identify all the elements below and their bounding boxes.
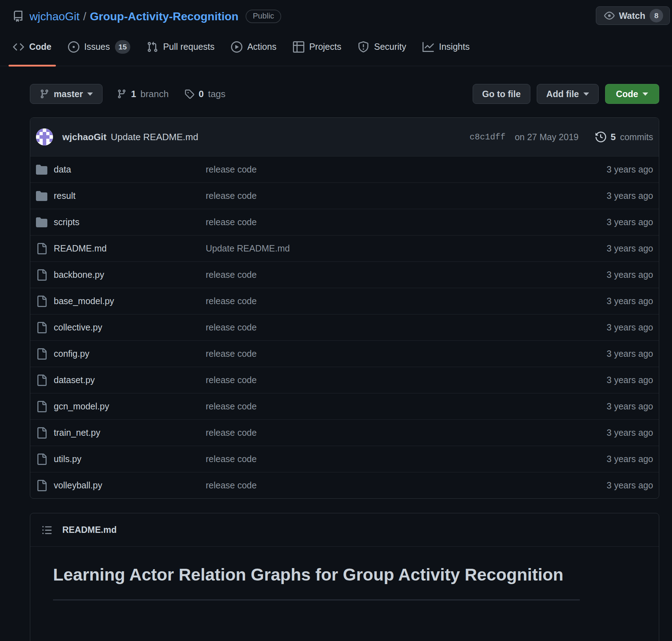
tab-pull-requests[interactable]: Pull requests (141, 28, 220, 66)
tag-count-label: tags (208, 89, 225, 100)
tab-label: Actions (247, 42, 277, 52)
commit-message-cell[interactable]: release code (206, 270, 607, 280)
file-icon (36, 375, 47, 386)
add-file-button[interactable]: Add file (537, 84, 599, 104)
branches-link[interactable]: 1 branch (117, 89, 169, 100)
file-age-cell: 3 years ago (607, 375, 653, 385)
commit-message-cell[interactable]: release code (206, 322, 607, 333)
file-age-cell: 3 years ago (607, 243, 653, 254)
file-icon (36, 243, 47, 254)
tags-link[interactable]: 0 tags (184, 89, 226, 100)
file-icon (36, 348, 47, 360)
file-name-link[interactable]: backbone.py (54, 270, 104, 280)
file-name-link[interactable]: collective.py (54, 322, 102, 333)
go-to-file-button[interactable]: Go to file (473, 84, 530, 104)
repo-title-row: wjchaoGit / Group-Activity-Recognition P… (12, 8, 672, 25)
file-name-cell: volleyball.py (36, 480, 206, 491)
file-name-cell: result (36, 190, 206, 202)
commit-message-cell[interactable]: release code (206, 164, 607, 175)
tab-insights[interactable]: Insights (417, 28, 475, 66)
file-rows: data release code 3 years ago result rel… (30, 156, 659, 498)
file-name-link[interactable]: scripts (54, 217, 79, 227)
chevron-down-icon (87, 92, 93, 96)
file-name-link[interactable]: utils.py (54, 454, 82, 464)
repo-nav: Code Issues 15 Pull requests Actions Pro… (0, 28, 672, 66)
file-name-link[interactable]: result (54, 191, 75, 201)
tab-label: Security (374, 42, 406, 52)
toolbar-right: Go to file Add file Code (473, 84, 660, 104)
file-name-link[interactable]: volleyball.py (54, 480, 102, 491)
commit-message-cell[interactable]: release code (206, 480, 607, 491)
repo-name-link[interactable]: Group-Activity-Recognition (90, 10, 238, 23)
commit-message-cell[interactable]: release code (206, 401, 607, 412)
file-name-cell: config.py (36, 348, 206, 360)
file-age-cell: 3 years ago (607, 480, 653, 491)
commit-author-link[interactable]: wjchaoGit (62, 132, 106, 143)
git-pull-request-icon (147, 41, 158, 53)
folder-icon (36, 164, 47, 175)
file-name-link[interactable]: README.md (54, 243, 107, 254)
current-branch-label: master (54, 89, 83, 99)
commit-message-cell[interactable]: release code (206, 191, 607, 201)
file-table: wjchaoGit Update README.md c8c1dff on 27… (30, 117, 659, 499)
file-name-link[interactable]: gcn_model.py (54, 401, 109, 412)
play-circle-icon (231, 41, 242, 53)
commit-hash-link[interactable]: c8c1dff (469, 132, 505, 142)
commit-message-cell[interactable]: release code (206, 296, 607, 306)
table-row: base_model.py release code 3 years ago (30, 288, 659, 314)
code-download-button[interactable]: Code (605, 84, 660, 104)
commit-history-link[interactable]: 5 commits (595, 132, 653, 143)
visibility-badge: Public (246, 10, 281, 23)
commit-message-link[interactable]: Update README.md (111, 132, 198, 143)
folder-icon (36, 190, 47, 202)
tab-projects[interactable]: Projects (287, 28, 347, 66)
file-name-link[interactable]: dataset.py (54, 375, 95, 385)
tab-label: Insights (439, 42, 469, 52)
file-icon (36, 427, 47, 439)
commits-count: 5 (610, 132, 615, 143)
table-row: volleyball.py release code 3 years ago (30, 472, 659, 498)
commit-message-cell[interactable]: release code (206, 454, 607, 464)
tab-security[interactable]: Security (352, 28, 412, 66)
readme-header: README.md (30, 513, 659, 547)
table-row: gcn_model.py release code 3 years ago (30, 393, 659, 419)
file-name-link[interactable]: config.py (54, 349, 89, 359)
go-to-file-label: Go to file (482, 89, 521, 99)
file-age-cell: 3 years ago (607, 349, 653, 359)
git-branch-icon (40, 89, 49, 99)
commit-message-cell[interactable]: release code (206, 428, 607, 438)
file-name-cell: train_net.py (36, 427, 206, 439)
github-repo-page: { "header": { "owner": "wjchaoGit", "sep… (0, 0, 672, 641)
file-age-cell: 3 years ago (607, 401, 653, 412)
git-branch-icon (117, 89, 127, 99)
tab-code[interactable]: Code (7, 28, 57, 66)
watch-button[interactable]: Watch 8 (596, 6, 670, 25)
file-name-link[interactable]: base_model.py (54, 296, 114, 306)
tab-label: Projects (309, 42, 341, 52)
code-icon (13, 41, 24, 53)
file-icon (36, 322, 47, 333)
commit-message-cell[interactable]: release code (206, 349, 607, 359)
file-name-link[interactable]: data (54, 164, 71, 175)
commits-count-label: commits (620, 132, 653, 142)
issue-opened-icon (68, 41, 79, 53)
commit-message-cell[interactable]: release code (206, 217, 607, 227)
file-age-cell: 3 years ago (607, 270, 653, 280)
file-age-cell: 3 years ago (607, 454, 653, 464)
commit-message-cell[interactable]: Update README.md (206, 243, 607, 254)
table-row: scripts release code 3 years ago (30, 209, 659, 235)
tab-label: Issues (84, 42, 110, 52)
file-name-cell: README.md (36, 243, 206, 254)
repo-owner-link[interactable]: wjchaoGit (30, 10, 80, 23)
tab-actions[interactable]: Actions (225, 28, 282, 66)
avatar[interactable] (36, 128, 53, 145)
file-name-link[interactable]: train_net.py (54, 428, 100, 438)
branch-selector-button[interactable]: master (30, 84, 103, 104)
table-row: utils.py release code 3 years ago (30, 446, 659, 472)
commit-message-cell[interactable]: release code (206, 375, 607, 385)
chevron-down-icon (642, 92, 648, 96)
tab-issues[interactable]: Issues 15 (62, 28, 136, 66)
list-unordered-icon[interactable] (42, 525, 52, 535)
readme-title: Learning Actor Relation Graphs for Group… (53, 563, 580, 600)
tag-count: 0 (199, 89, 204, 100)
